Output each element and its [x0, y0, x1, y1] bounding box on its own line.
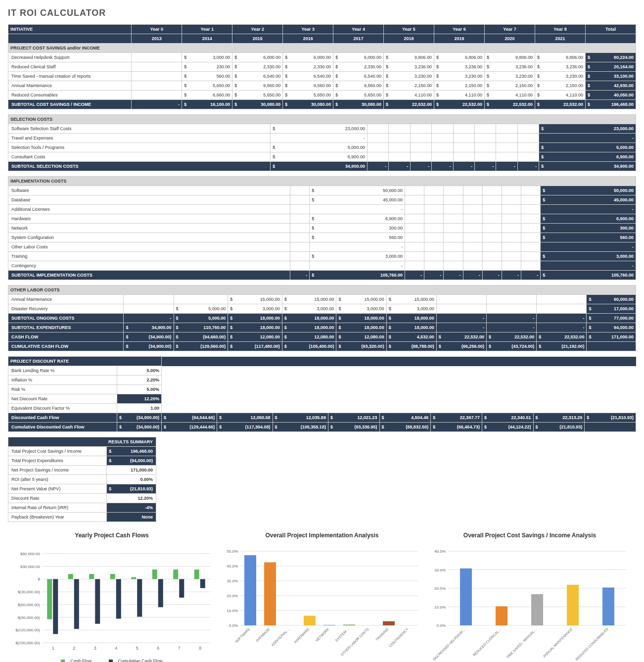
- cell: $23,000.00: [271, 124, 368, 134]
- cell: [482, 242, 502, 252]
- cell: [482, 224, 502, 233]
- cell: [496, 124, 517, 134]
- cell: [482, 195, 502, 205]
- chart-savings: Overall Project Cost Savings / Income An…: [428, 532, 631, 662]
- table-row: Reduced Consumables$6,660.00$5,650.00$5,…: [8, 91, 636, 100]
- cell: -: [310, 261, 405, 271]
- cell: [124, 304, 174, 314]
- cell: -: [389, 162, 410, 171]
- section-header: IMPLEMENTATION COSTS: [8, 177, 636, 186]
- cell: [424, 252, 444, 261]
- cell: $18,000.00: [336, 314, 386, 323]
- cell: [367, 124, 388, 134]
- cell: $560.00: [541, 233, 636, 242]
- cell: $4,110.00: [434, 91, 485, 100]
- cell: [453, 152, 474, 162]
- cell: $6,900.00: [271, 152, 368, 162]
- table-row: Consultant Costs$6,900.00$6,900.00: [8, 152, 636, 162]
- results-table: RESULTS SUMMARYTotal Project Cost Saving…: [8, 437, 156, 522]
- cell: $22,532.00: [384, 100, 434, 109]
- cell: $4,110.00: [485, 91, 535, 100]
- cell: $4,504.46: [379, 413, 431, 423]
- cell: $3,236.00: [535, 62, 586, 72]
- cell: $12,035.89: [273, 413, 328, 423]
- cell: [432, 143, 453, 152]
- row-label: Disaster Recovery: [8, 304, 124, 314]
- cell: [424, 195, 444, 205]
- cell: [475, 124, 496, 134]
- cell: -: [482, 271, 502, 280]
- cell: $(66,464.73): [431, 423, 482, 432]
- cell: [502, 205, 521, 214]
- cell: $(21,192.00): [537, 342, 587, 351]
- svg-text:10.0%: 10.0%: [227, 609, 238, 613]
- table-row: Net Discount Rate12.20%: [8, 394, 636, 404]
- cell: [537, 295, 587, 304]
- cell: $5,650.00: [333, 91, 384, 100]
- row-label: SUBTOTAL COST SAVINGS / INCOME: [8, 100, 132, 109]
- row-label: Hardware: [8, 214, 290, 224]
- row-label: Consultant Costs: [8, 152, 271, 162]
- cell: [463, 242, 482, 252]
- other-table: OTHER LABOR COSTSAnnual Maintenance$15,0…: [8, 285, 636, 351]
- cell: $50,000.00: [541, 186, 636, 195]
- cell: [132, 62, 182, 72]
- cell: $4,110.00: [384, 91, 434, 100]
- cell: [482, 205, 502, 214]
- cell: $3,230.00: [434, 72, 485, 81]
- cell: $9,806.00: [434, 53, 485, 62]
- cell: $15,000.00: [282, 295, 336, 304]
- table-row: Additional Licenses--: [8, 205, 636, 214]
- cell: [521, 261, 540, 271]
- cell: -: [521, 271, 540, 280]
- svg-text:0.0%: 0.0%: [229, 623, 238, 628]
- cell: $22,340.51: [482, 413, 533, 423]
- svg-rect-23: [95, 579, 100, 623]
- cell: -: [271, 134, 368, 143]
- cell: $6,000.00: [283, 53, 333, 62]
- cell: $12,021.23: [328, 413, 379, 423]
- cell: -: [410, 162, 431, 171]
- cell: [453, 143, 474, 152]
- cell: [436, 295, 486, 304]
- row-label: SUBTOTAL EXPENDITURES: [8, 323, 124, 332]
- cell: [517, 143, 539, 152]
- cell: [502, 195, 521, 205]
- svg-rect-29: [137, 579, 142, 616]
- col-year-7: Year 7: [485, 25, 535, 34]
- cell: [444, 205, 463, 214]
- cell: $(21,810.93): [533, 423, 585, 432]
- cell: $12,080.00: [282, 332, 336, 342]
- cell: -: [290, 271, 310, 280]
- cell: $6,000.00: [232, 53, 283, 62]
- cell: -: [541, 261, 636, 271]
- cell: [487, 304, 537, 314]
- table-row: Total Project Expenditures$(94,000.00): [8, 456, 156, 466]
- svg-text:CONTINGENCY: CONTINGENCY: [388, 627, 409, 648]
- cell: $12,080.00: [228, 332, 282, 342]
- svg-text:$(60,000.00): $(60,000.00): [18, 603, 41, 607]
- row-label: CUMULATIVE CASH FLOW: [8, 342, 124, 351]
- cell: $22,532.00: [485, 100, 535, 109]
- cell: [124, 295, 174, 304]
- cell: $3,236.00: [384, 62, 434, 72]
- row-label: Travel and Expenses: [8, 134, 271, 143]
- cell: [410, 134, 431, 143]
- cell: [521, 252, 540, 261]
- row-label: Software Selection Staff Costs: [8, 124, 271, 134]
- svg-rect-82: [496, 606, 507, 625]
- cell: $20,164.00: [585, 62, 636, 72]
- table-row: Annual Maintenance$5,650.00$9,560.00$9,5…: [8, 81, 636, 91]
- table-row: Reduced Clerical Staff$230.00$2,330.00$2…: [8, 62, 636, 72]
- cell: $(43,724.00): [487, 342, 537, 351]
- svg-text:SOFTWARE: SOFTWARE: [234, 627, 251, 644]
- cell: $3,236.00: [434, 62, 485, 72]
- cell: $18,000.00: [386, 314, 436, 323]
- table-row: ROI (after 5 years)0.00%: [8, 475, 156, 484]
- cell: [521, 205, 540, 214]
- cell: $110,760.00: [174, 323, 228, 332]
- cell: $6,900.00: [310, 214, 405, 224]
- cell: $3,230.00: [485, 72, 535, 81]
- cell: $17,000.00: [587, 304, 636, 314]
- cell: $300.00: [310, 224, 405, 233]
